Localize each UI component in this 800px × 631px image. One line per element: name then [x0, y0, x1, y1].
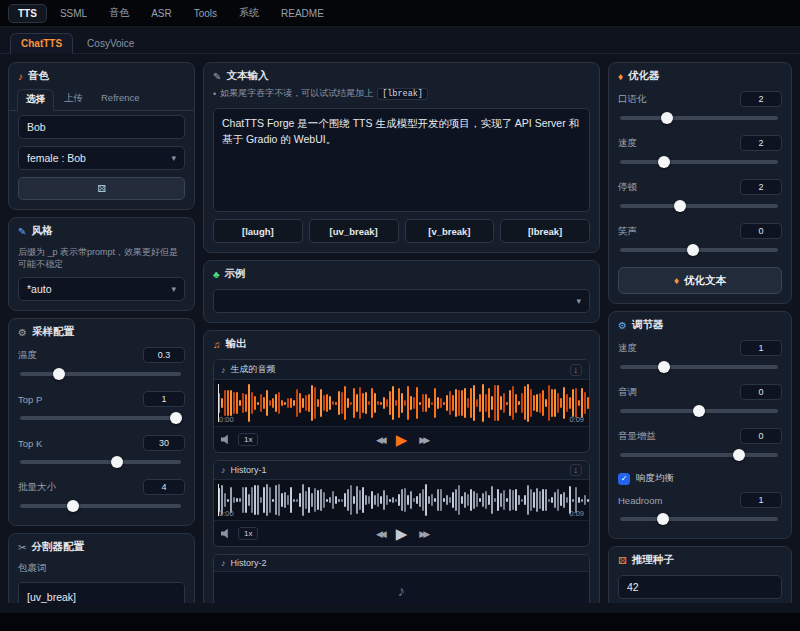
nav-tab-voice[interactable]: 音色 [100, 3, 138, 23]
pitch-slider[interactable] [620, 409, 778, 413]
slider-block: Headroom1 [618, 492, 782, 529]
speed-button[interactable]: 1x [238, 433, 258, 446]
download-icon[interactable]: ↓ [570, 364, 583, 376]
slider-block: Top P1 [18, 391, 185, 428]
wrap-word-label: 包裹词 [18, 562, 185, 575]
wrap-word-input[interactable]: [uv_break] [18, 582, 185, 603]
slider-value[interactable]: 0 [740, 223, 782, 239]
nav-tab-system[interactable]: 系统 [230, 3, 268, 23]
text-panel-icon: ✎ [213, 71, 221, 82]
slider-value[interactable]: 1 [740, 492, 782, 508]
slider-block: 速度1 [618, 340, 782, 377]
player-controls: 1x ◀◀ ▶ ▶▶ [214, 426, 589, 452]
top-p-slider[interactable] [20, 416, 181, 420]
slider-value[interactable]: 0.3 [143, 347, 185, 363]
top-k-slider[interactable] [20, 460, 181, 464]
seed-panel-header: ⚄ 推理种子 [609, 547, 791, 571]
slider-thumb[interactable] [658, 361, 670, 373]
slider-thumb[interactable] [658, 156, 670, 168]
speed-button[interactable]: 1x [238, 527, 258, 540]
play-button[interactable]: ▶ [396, 432, 408, 447]
slider-value[interactable]: 2 [740, 179, 782, 195]
laugh-slider[interactable] [620, 248, 778, 252]
speaker-panel-header: ♪ 音色 [9, 63, 194, 87]
slider-thumb[interactable] [170, 412, 182, 424]
examples-panel-icon: ♣ [213, 269, 220, 280]
slider-value[interactable]: 4 [143, 479, 185, 495]
oral-slider[interactable] [620, 116, 778, 120]
speaker-tab-select[interactable]: 选择 [17, 89, 54, 111]
time-total: 0:09 [569, 415, 584, 424]
subtab-chattts[interactable]: ChatTTS [10, 33, 73, 54]
style-dropdown[interactable]: *auto ▾ [18, 277, 185, 301]
slider-thumb[interactable] [53, 368, 65, 380]
speaker-tab-reference[interactable]: Refrence [93, 89, 148, 110]
style-panel-icon: ✎ [18, 226, 26, 237]
skip-forward-button[interactable]: ▶▶ [419, 435, 427, 445]
slider-value[interactable]: 1 [143, 391, 185, 407]
slider-value[interactable]: 0 [740, 428, 782, 444]
seed-input[interactable] [618, 575, 782, 599]
volume-icon[interactable] [221, 528, 232, 539]
chevron-down-icon: ▾ [171, 153, 176, 163]
seed-panel-icon: ⚄ [618, 555, 627, 566]
slider-thumb[interactable] [657, 513, 669, 525]
v-break-token-button[interactable]: [v_break] [405, 219, 495, 243]
lbreak-code-chip: [lbreak] [377, 88, 428, 100]
laugh-token-button[interactable]: [laugh] [213, 219, 303, 243]
nav-tab-readme[interactable]: README [272, 5, 333, 22]
temperature-slider[interactable] [20, 372, 181, 376]
speaker-name-input[interactable] [18, 115, 185, 139]
style-dropdown-value: *auto [27, 283, 52, 295]
break-slider[interactable] [620, 204, 778, 208]
slider-thumb[interactable] [733, 449, 745, 461]
skip-back-button[interactable]: ◀◀ [376, 435, 384, 445]
nav-tab-tts[interactable]: TTS [8, 4, 47, 23]
slider-thumb[interactable] [111, 456, 123, 468]
uv-break-token-button[interactable]: [uv_break] [309, 219, 399, 243]
lbreak-token-button[interactable]: [lbreak] [500, 219, 590, 243]
slider-value[interactable]: 30 [143, 435, 185, 451]
volume-gain-slider[interactable] [620, 453, 778, 457]
speaker-panel-title: 音色 [28, 69, 49, 83]
play-button[interactable]: ▶ [396, 526, 408, 541]
download-icon[interactable]: ↓ [570, 464, 583, 476]
slider-thumb[interactable] [661, 112, 673, 124]
playback-speed-slider[interactable] [620, 365, 778, 369]
tts-text-input[interactable]: ChatTTS Forge 是一个围绕 TTS 生成模型开发的项目，实现了 AP… [213, 108, 590, 212]
speaker-tab-upload[interactable]: 上传 [56, 89, 91, 110]
slider-value[interactable]: 2 [740, 91, 782, 107]
skip-forward-button[interactable]: ▶▶ [419, 529, 427, 539]
adjuster-panel-header: ⚙ 调节器 [609, 312, 791, 336]
examples-dropdown[interactable]: ▾ [213, 289, 590, 313]
slider-thumb[interactable] [674, 200, 686, 212]
output-panel: ♫ 输出 ♪ 生成的音频 ↓ [203, 330, 600, 603]
slider-thumb[interactable] [687, 244, 699, 256]
waveform[interactable] [214, 480, 589, 520]
loudness-eq-checkbox[interactable]: ✓ [618, 473, 630, 485]
waveform[interactable] [214, 380, 589, 426]
nav-tab-ssml[interactable]: SSML [51, 5, 96, 22]
nav-tab-asr[interactable]: ASR [142, 5, 181, 22]
headroom-slider[interactable] [620, 517, 778, 521]
adjuster-panel-icon: ⚙ [618, 320, 627, 331]
loudness-eq-row: ✓ 响度均衡 [618, 472, 782, 485]
slider-thumb[interactable] [67, 500, 79, 512]
random-speaker-button[interactable]: ⚄ [18, 177, 185, 200]
music-note-icon: ♪ [398, 582, 406, 599]
speaker-dropdown[interactable]: female : Bob ▾ [18, 146, 185, 170]
style-panel: ✎ 风格 后缀为 _p 表示带prompt，效果更好但是可能不稳定 *auto … [8, 217, 195, 311]
splitter-panel-icon: ✂ [18, 542, 26, 553]
volume-icon[interactable] [221, 434, 232, 445]
slider-thumb[interactable] [693, 405, 705, 417]
skip-back-button[interactable]: ◀◀ [376, 529, 384, 539]
refine-speed-slider[interactable] [620, 160, 778, 164]
slider-value[interactable]: 1 [740, 340, 782, 356]
refine-text-button[interactable]: ♦ 优化文本 [618, 267, 782, 294]
subtab-cosyvoice[interactable]: CosyVoice [77, 34, 144, 53]
nav-tab-tools[interactable]: Tools [185, 5, 226, 22]
slider-block: 温度0.3 [18, 347, 185, 384]
batch-size-slider[interactable] [20, 504, 181, 508]
slider-value[interactable]: 0 [740, 384, 782, 400]
slider-value[interactable]: 2 [740, 135, 782, 151]
